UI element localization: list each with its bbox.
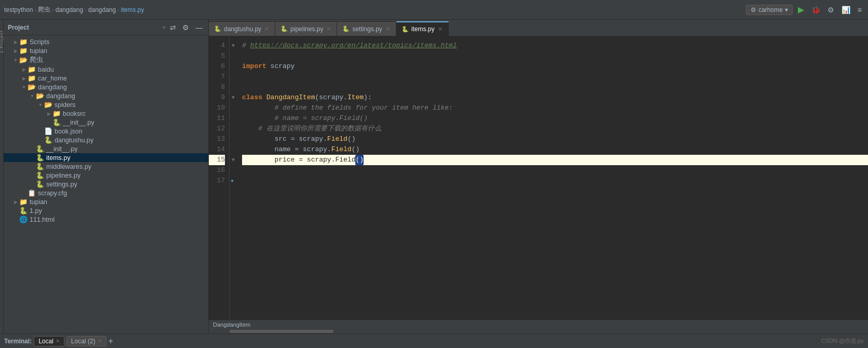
editor-content: 4 5 6 7 8 9 10 11 12 13 14 15 16 17 ▼ ▼ … (209, 36, 868, 319)
chevron-right-icon (12, 199, 19, 205)
line-num: 11 (209, 113, 225, 124)
code-line-6: import scrapy (242, 61, 868, 72)
tree-item-1py[interactable]: 🐍 1.py (4, 206, 208, 215)
breadcrumb: testpython › 爬虫 › dangdang › dangdang › … (4, 5, 144, 14)
code-text: scrapy (266, 61, 295, 72)
tab-settings[interactable]: 🐍 settings.py ✕ (337, 21, 396, 36)
tab-bar: 🐍 dangtushu.py ✕ 🐍 pipelines.py ✕ 🐍 sett… (209, 20, 868, 36)
tree-item-pipelines[interactable]: 🐍 pipelines.py (4, 171, 208, 180)
py-file-icon: 🐍 (52, 118, 61, 126)
tree-item-booksrc[interactable]: 📁 booksrc (4, 109, 208, 118)
item-label: car_home (38, 75, 67, 82)
profile-button[interactable]: 📊 (839, 5, 852, 15)
tab-pipelines[interactable]: 🐍 pipelines.py ✕ (275, 21, 337, 36)
code-text: name (242, 144, 295, 155)
fold-marker-9[interactable]: ▼ (231, 92, 236, 103)
code-text: = (291, 134, 299, 144)
code-text: DangdangItem (266, 92, 315, 103)
breadcrumb-folder-2[interactable]: dangdang (56, 6, 83, 14)
breakpoint-15[interactable]: ● (231, 176, 234, 186)
editor-gutter: ▼ ▼ ▼ ● (230, 36, 238, 319)
minimize-button[interactable]: — (194, 23, 204, 32)
breadcrumb-folder-1[interactable]: 爬虫 (38, 5, 50, 14)
line-num: 13 (209, 134, 225, 144)
tree-item-items-py[interactable]: 🐍 items.py (4, 153, 208, 162)
tree-item-tupian-root[interactable]: 📁 tupian (4, 46, 208, 55)
code-text: scrapy (299, 134, 323, 144)
breadcrumb-sep-2: › (52, 7, 54, 13)
code-text: # https://docs.scrapy.org/en/latest/topi… (242, 41, 457, 51)
fold-marker-4[interactable]: ▼ (231, 41, 236, 51)
tab-close-pipelines[interactable]: ✕ (326, 25, 331, 32)
item-label: settings.py (46, 181, 77, 188)
tab-label: settings.py (352, 25, 382, 33)
folder-icon: 📁 (52, 110, 61, 117)
sync-button[interactable]: ⇄ (168, 23, 178, 32)
tree-item-baidu[interactable]: 📁 baidu (4, 65, 208, 74)
run-button[interactable]: ▶ (796, 4, 806, 16)
breadcrumb-project[interactable]: testpython (4, 6, 33, 14)
gear-button[interactable]: ⚙ (181, 23, 191, 32)
tree-item-init-dangdang[interactable]: 🐍 __init__.py (4, 144, 208, 153)
py-file-icon: 🐍 (36, 171, 44, 179)
terminal-tab-close-local[interactable]: ✕ (56, 338, 60, 344)
tree-item-scripts[interactable]: 📁 Scripts (4, 37, 208, 46)
scrollbar-thumb[interactable] (230, 330, 333, 333)
tree-item-carhome[interactable]: 📁 car_home (4, 74, 208, 83)
tab-items[interactable]: 🐍 items.py ✕ (396, 21, 449, 36)
chevron-down-icon (20, 84, 28, 90)
horizontal-scrollbar[interactable] (209, 329, 868, 333)
code-line-12: # 在这里说明你所需要下载的数据有什么 (242, 124, 868, 134)
code-line-15: price = scrapy.Field() (242, 155, 868, 165)
tree-item-tupian[interactable]: 📁 tupian (4, 197, 208, 206)
line-numbers: 4 5 6 7 8 9 10 11 12 13 14 15 16 17 (209, 36, 230, 319)
tab-close-dangtushu[interactable]: ✕ (264, 25, 270, 32)
tab-close-items[interactable]: ✕ (437, 26, 443, 33)
item-label: dangtushu.py (55, 137, 94, 144)
code-editor[interactable]: # https://docs.scrapy.org/en/latest/topi… (238, 36, 868, 319)
build-button[interactable]: ⚙ (825, 5, 836, 15)
debug-button[interactable]: 🐞 (809, 5, 822, 15)
project-panel: Project ▾ ⇄ ⚙ — 📁 Scripts 📁 tupian (4, 20, 209, 333)
side-strip: 1:Project (0, 20, 4, 333)
line-num: 17 (209, 176, 225, 186)
terminal-tab-local[interactable]: Local ✕ (34, 336, 64, 346)
terminal-add-button[interactable]: + (109, 337, 113, 346)
fold-marker-12[interactable]: ▼ (231, 155, 236, 165)
tree-item-bookjson[interactable]: 📄 book.json (4, 127, 208, 136)
tree-item-dangdang-inner[interactable]: 📂 dangdang (4, 91, 208, 100)
item-label: Scripts (30, 38, 49, 46)
tree-item-spiders[interactable]: 📂 spiders (4, 100, 208, 109)
folder-icon: 📁 (28, 74, 36, 82)
run-config-selector[interactable]: ⚙ carhome ▾ (746, 5, 793, 15)
breadcrumb-folder-3[interactable]: dangdang (88, 6, 116, 14)
py-file-icon: 🐍 (19, 207, 28, 215)
tab-close-settings[interactable]: ✕ (385, 25, 391, 32)
terminal-tab-close-local2[interactable]: ✕ (98, 338, 102, 344)
editor-area: 🐍 dangtushu.py ✕ 🐍 pipelines.py ✕ 🐍 sett… (209, 20, 868, 333)
code-text: scrapy (319, 92, 343, 103)
main-toolbar: testpython › 爬虫 › dangdang › dangdang › … (0, 0, 868, 20)
chevron-down-icon (29, 93, 36, 99)
code-line-13: src = scrapy.Field() (242, 134, 868, 144)
code-line-5 (242, 51, 868, 61)
tree-item-middlewares[interactable]: 🐍 middlewares.py (4, 162, 208, 171)
tree-item-111html[interactable]: 🌐 111.html (4, 215, 208, 224)
cfg-file-icon: 📋 (28, 189, 36, 197)
tree-item-pachong[interactable]: 📂 爬虫 (4, 55, 208, 65)
tree-item-scrapycfg[interactable]: 📋 scrapy.cfg (4, 189, 208, 197)
terminal-tab-label: Local (2) (71, 338, 96, 345)
breadcrumb-file[interactable]: items.py (121, 6, 144, 14)
tab-label: dangtushu.py (224, 25, 261, 33)
py-file-icon: 🐍 (36, 154, 44, 162)
menu-button[interactable]: ≡ (856, 5, 864, 15)
py-tab-icon: 🐍 (214, 25, 221, 32)
run-config-chevron: ▾ (785, 6, 788, 14)
code-text: . (323, 134, 327, 144)
terminal-tab-local2[interactable]: Local (2) ✕ (66, 336, 106, 346)
tree-item-settings[interactable]: 🐍 settings.py (4, 180, 208, 189)
tree-item-dangtushu[interactable]: 🐍 dangtushu.py (4, 136, 208, 144)
tree-item-dangdang-outer[interactable]: 📂 dangdang (4, 83, 208, 91)
tree-item-init-spiders[interactable]: 🐍 __init__.py (4, 118, 208, 127)
tab-dangtushu[interactable]: 🐍 dangtushu.py ✕ (209, 21, 275, 36)
